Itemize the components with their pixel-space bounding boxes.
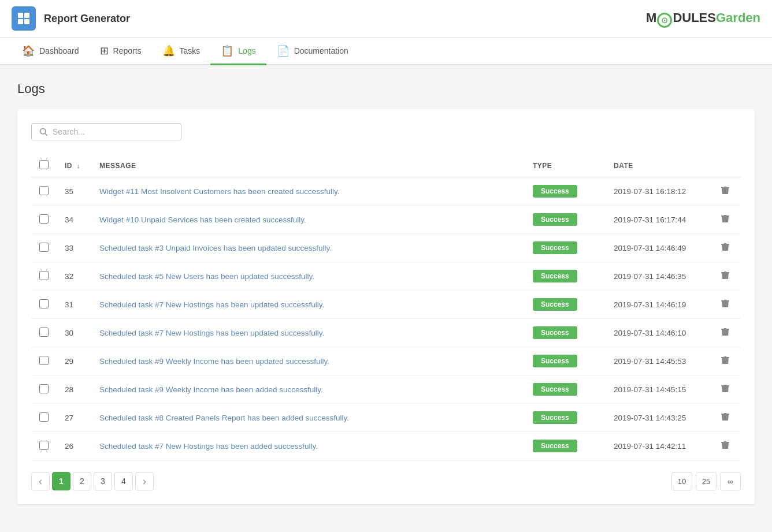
svg-rect-14 xyxy=(721,414,729,415)
page-size-25[interactable]: 25 xyxy=(696,472,717,490)
row-checkbox-29[interactable] xyxy=(39,356,49,365)
delete-button-30[interactable] xyxy=(718,326,733,340)
row-checkbox-32[interactable] xyxy=(39,271,49,280)
delete-button-33[interactable] xyxy=(718,241,733,255)
prev-page-button[interactable]: ‹ xyxy=(31,472,50,490)
row-checkbox-34[interactable] xyxy=(39,214,49,224)
page-2-button[interactable]: 2 xyxy=(73,472,91,490)
row-date-28: 2019-07-31 14:45:15 xyxy=(606,375,710,404)
row-id-31: 31 xyxy=(57,291,91,319)
row-type-28: Success xyxy=(525,375,606,404)
svg-rect-1 xyxy=(24,13,29,18)
row-type-26: Success xyxy=(525,432,606,460)
row-message-27: Scheduled task #8 Created Panels Report … xyxy=(91,404,525,432)
page-3-button[interactable]: 3 xyxy=(94,472,112,490)
delete-button-26[interactable] xyxy=(718,439,733,453)
row-checkbox-27[interactable] xyxy=(39,412,49,422)
next-page-button[interactable]: › xyxy=(135,472,154,490)
nav-tasks[interactable]: 🔔 Tasks xyxy=(152,38,211,65)
page-size-10[interactable]: 10 xyxy=(671,472,692,490)
row-message-28: Scheduled task #9 Weekly Income has been… xyxy=(91,375,525,404)
success-badge: Success xyxy=(533,326,577,339)
row-checkbox-cell xyxy=(31,206,57,234)
brand-m: M xyxy=(646,10,656,25)
select-all-header xyxy=(31,154,57,177)
row-checkbox-cell xyxy=(31,177,57,206)
page-title: Logs xyxy=(17,81,755,96)
nav-logs[interactable]: 📋 Logs xyxy=(210,38,266,65)
row-date-30: 2019-07-31 14:46:10 xyxy=(606,319,710,347)
search-wrapper xyxy=(31,123,181,140)
col-header-message: MESSAGE xyxy=(91,154,525,177)
delete-button-31[interactable] xyxy=(718,297,733,311)
nav-dashboard[interactable]: 🏠 Dashboard xyxy=(12,38,90,65)
row-action-32 xyxy=(710,262,741,291)
row-checkbox-cell xyxy=(31,375,57,404)
row-message-30: Scheduled task #7 New Hostings has been … xyxy=(91,319,525,347)
success-badge: Success xyxy=(533,270,577,282)
delete-button-35[interactable] xyxy=(718,184,733,198)
nav-reports[interactable]: ⊞ Reports xyxy=(90,38,152,65)
row-message-33: Scheduled task #3 Unpaid Invoices has be… xyxy=(91,234,525,262)
nav-documentation[interactable]: 📄 Documentation xyxy=(266,38,359,65)
row-message-26: Scheduled task #7 New Hostings has been … xyxy=(91,432,525,460)
col-header-type: TYPE xyxy=(525,154,606,177)
row-action-34 xyxy=(710,206,741,234)
row-checkbox-28[interactable] xyxy=(39,384,49,393)
svg-rect-13 xyxy=(721,385,729,386)
delete-button-27[interactable] xyxy=(718,411,733,425)
svg-line-5 xyxy=(45,133,47,135)
table-row: 27 Scheduled task #8 Created Panels Repo… xyxy=(31,404,741,432)
row-id-26: 26 xyxy=(57,432,91,460)
table-row: 26 Scheduled task #7 New Hostings has be… xyxy=(31,432,741,460)
row-action-26 xyxy=(710,432,741,460)
row-checkbox-31[interactable] xyxy=(39,299,49,308)
page-4-button[interactable]: 4 xyxy=(114,472,133,490)
svg-rect-10 xyxy=(721,300,729,302)
success-badge: Success xyxy=(533,383,577,396)
select-all-checkbox[interactable] xyxy=(39,160,49,169)
row-checkbox-35[interactable] xyxy=(39,186,49,195)
search-input[interactable] xyxy=(53,127,174,136)
row-checkbox-33[interactable] xyxy=(39,243,49,252)
page-1-button[interactable]: 1 xyxy=(52,472,70,490)
nav-documentation-label: Documentation xyxy=(294,46,348,55)
table-row: 32 Scheduled task #5 New Users has been … xyxy=(31,262,741,291)
row-checkbox-26[interactable] xyxy=(39,441,49,450)
delete-button-32[interactable] xyxy=(718,269,733,283)
main-nav: 🏠 Dashboard ⊞ Reports 🔔 Tasks 📋 Logs 📄 D… xyxy=(0,38,772,65)
page-size-infinity[interactable]: ∞ xyxy=(720,472,741,490)
row-action-30 xyxy=(710,319,741,347)
row-type-34: Success xyxy=(525,206,606,234)
row-checkbox-30[interactable] xyxy=(39,328,49,337)
row-type-31: Success xyxy=(525,291,606,319)
app-icon xyxy=(12,6,36,31)
col-header-id[interactable]: ID ↓ xyxy=(57,154,91,177)
row-date-26: 2019-07-31 14:42:11 xyxy=(606,432,710,460)
row-action-33 xyxy=(710,234,741,262)
delete-button-28[interactable] xyxy=(718,382,733,396)
row-message-35: Widget #11 Most Insolvent Customers has … xyxy=(91,177,525,206)
row-date-31: 2019-07-31 14:46:19 xyxy=(606,291,710,319)
col-header-action xyxy=(710,154,741,177)
pagination-wrapper: ‹ 1 2 3 4 › 10 25 ∞ xyxy=(31,472,741,490)
delete-button-29[interactable] xyxy=(718,354,733,368)
brand-circle-icon: ⊙ xyxy=(657,13,672,28)
delete-button-34[interactable] xyxy=(718,213,733,226)
row-action-35 xyxy=(710,177,741,206)
home-icon: 🏠 xyxy=(22,44,35,57)
nav-logs-label: Logs xyxy=(238,46,255,55)
success-badge: Success xyxy=(533,298,577,311)
row-checkbox-cell xyxy=(31,262,57,291)
row-date-32: 2019-07-31 14:46:35 xyxy=(606,262,710,291)
table-row: 29 Scheduled task #9 Weekly Income has b… xyxy=(31,347,741,375)
row-id-35: 35 xyxy=(57,177,91,206)
svg-rect-9 xyxy=(721,272,729,273)
row-action-29 xyxy=(710,347,741,375)
table-row: 28 Scheduled task #9 Weekly Income has b… xyxy=(31,375,741,404)
row-id-29: 29 xyxy=(57,347,91,375)
svg-rect-8 xyxy=(721,244,729,245)
pagination: ‹ 1 2 3 4 › xyxy=(31,472,154,490)
logs-table: ID ↓ MESSAGE TYPE DATE 35 Widget #11 Mos… xyxy=(31,154,741,460)
table-row: 34 Widget #10 Unpaid Services has been c… xyxy=(31,206,741,234)
